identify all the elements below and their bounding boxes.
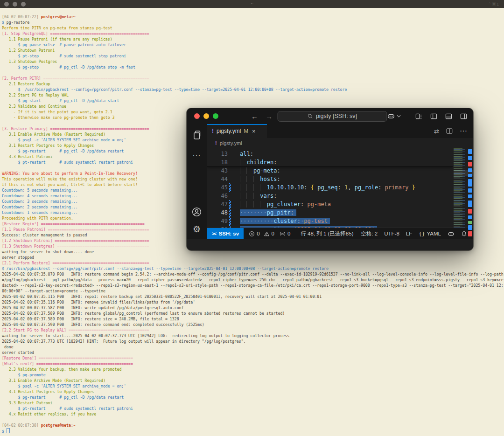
terminal-line [2,417,504,422]
terminal-line: $ pt-restart # sudo systemctl restart pa… [2,406,504,411]
command-center-label: pigsty [SSH: sv] [316,113,357,119]
code-line[interactable]: 46 vars: [207,192,453,200]
code-line[interactable]: 47 pg_cluster: pg-meta [207,200,453,208]
account-icon[interactable] [191,207,202,217]
yaml-file-icon: ! [215,140,217,146]
code-line[interactable]: 50··········time:·'2025-04-01·12:00:00+0… [207,225,453,228]
terminal-line: server started [2,350,504,355]
encoding-indicator[interactable]: UTF-8 [384,231,399,236]
code-line[interactable]: 13all: [207,150,453,158]
indentation-indicator[interactable]: 空格: 2 [361,230,378,237]
code-line[interactable]: 18 children: [207,158,453,166]
eol-indicator[interactable]: LF [406,231,412,236]
open-changes-icon[interactable]: ⇄ [434,128,439,135]
terminal-line: [1. Stop PostgreSQL] ===================… [2,31,504,36]
remote-icon: >< [212,231,216,236]
split-editor-icon[interactable] [446,128,453,134]
terminal-line: 4.x Reinit other replicas, if you have [2,411,504,417]
bell-icon[interactable] [461,231,467,237]
terminal-line: 2025-04-02 00:07:35.070 P00 INFO: restor… [2,271,504,277]
sticky-scroll: 13all:18 children: [207,148,453,166]
customize-layout-icon[interactable] [415,113,422,120]
overview-ruler [468,148,473,228]
tab-pigsty-yml[interactable]: ! pigsty.yml M × [207,124,267,138]
forward-button[interactable]: → [266,112,273,120]
line-number: 49 [207,217,228,225]
terminal-line: 2025-04-02 00:07:35.116 P00 INFO: remove… [2,299,504,305]
terminal-line: 3.1 Enable Archive Mode (Restart Require… [2,378,504,383]
copilot-status-icon[interactable] [448,230,455,237]
terminal-line [2,70,504,76]
explorer-icon[interactable] [191,130,202,140]
modified-gutter-marker [229,208,231,217]
copilot-menu[interactable] [387,112,401,120]
toggle-primary-sidebar-icon[interactable] [430,113,437,120]
terminal-line: $ pg-stop # pg_ctl -D /pg/data stop -m f… [2,64,504,70]
cursor-position[interactable]: 行 48, 列 1 (已选择85) [301,230,353,237]
settings-gear-icon[interactable]: ⚙ [193,225,201,234]
line-number: 13 [207,150,228,158]
back-button[interactable]: ← [251,112,258,120]
ports-indicator[interactable]: 0 [280,231,290,237]
line-number: 18 [207,158,228,166]
terminal-line: $ pg-start # pg_ctl -D /pg/data start [2,98,504,104]
toggle-panel-icon[interactable] [445,113,452,120]
terminal-line: [What's next?] =========================… [2,361,504,367]
toggle-secondary-sidebar-icon[interactable] [460,113,467,120]
terminal-line: $ pt-stop # sudo systemctl stop patroni [2,53,504,59]
remote-label: SSH: sv [219,231,239,236]
terminal-line: $ /usr/bin/pgbackrest --config=/pg/conf/… [2,87,504,92]
terminal-line: $ [2,428,504,434]
search-icon [308,113,313,119]
terminal-line: $ /usr/bin/pgbackrest --config=/pg/conf/… [2,266,504,271]
maximize-button[interactable] [213,113,218,119]
terminal-line: $ pg pause <cls> # pause patroni auto fa… [2,42,504,48]
window-close-button[interactable] [4,2,9,7]
terminal-line: [2.2 Start PG to Replay WAL] ===========… [2,327,504,333]
selection-highlight: ··········time:·'2025-04-01·12:00:00+08' [240,226,377,228]
terminal-line: 2.2 Start PG to Replay WAL [2,92,504,98]
language-indicator[interactable]: {} YAML [419,231,441,237]
problems-indicator[interactable]: 0 0 [249,231,274,237]
terminal-line: $ pg-promote [2,372,504,378]
code-line[interactable]: 43 pg-meta: [207,166,453,175]
minimize-button[interactable] [203,113,209,119]
window-minimize-button[interactable] [13,2,17,7]
remote-indicator[interactable]: >< SSH: sv [207,228,244,239]
terminal-line: [Restore Done!] ========================… [2,355,504,361]
breadcrumb[interactable]: ! pigsty.yml [207,138,473,148]
modified-gutter-marker [229,183,231,192]
terminal-line: $ pg-restore [2,20,504,25]
gutter-spacer [229,158,231,166]
line-number: 50 [207,225,228,228]
code-line[interactable]: 44 hosts: [207,175,453,183]
code-line[interactable]: 45 10.10.10.10: { pg_seq: 1, pg_role: pr… [207,183,453,192]
minimap[interactable] [454,148,466,228]
editor-actions-more-icon[interactable]: ··· [460,127,467,135]
tab-close-icon[interactable]: × [252,128,256,135]
terminal-line: dacted> --repo1-s3-key-secret=<redacted>… [2,283,504,288]
terminal-line: 2025-04-02 00:07:37.773 UTC [102942] HIN… [2,339,504,344]
more-views-icon[interactable]: ··· [193,151,201,159]
terminal-line: 2.1 Restore Backup [2,81,504,87]
vscode-window: ← → pigsty [SSH: sv] ··· ⚙ [187,108,473,250]
terminal-line: =/pg/log/pgbackrest --pg1-path=/pg/data … [2,277,504,283]
terminal-line: $ pg-restart # pg_ctl -D /pg/data restar… [2,394,504,400]
line-number: 47 [207,200,228,208]
code-line[interactable]: 48········pg_pitr: [207,208,453,217]
modified-gutter-marker [229,217,231,225]
line-number: 45 [207,183,228,192]
error-icon [249,231,255,237]
code-editor[interactable]: 13all:18 children: 43 pg-meta:44 hosts:4… [207,148,473,228]
activity-bar: ··· ⚙ [187,124,207,239]
gutter-spacer [229,175,231,183]
command-center[interactable]: pigsty [SSH: sv] [278,111,387,122]
terminal-line: 2.3 Validate Your backup, then make sure… [2,367,504,372]
terminal-line: Perform time PITR on pg-meta from stanza… [2,25,504,31]
window-zoom-button[interactable] [21,2,26,7]
close-button[interactable] [194,113,200,119]
gutter-spacer [229,166,231,175]
code-line[interactable]: 49··········cluster:·pg-test [207,217,453,225]
terminal-window-title: ~ [251,1,253,7]
terminal-line: 3.1 Restart Postgres to Apply Changes [2,389,504,394]
